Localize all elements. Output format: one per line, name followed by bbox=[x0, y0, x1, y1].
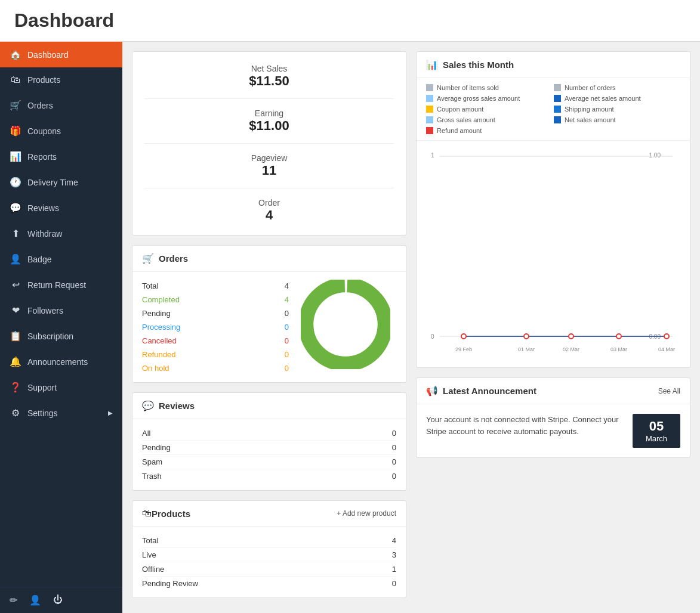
sidebar-item-announcements[interactable]: 🔔 Announcements bbox=[0, 349, 122, 374]
review-row-pending: Pending 0 bbox=[142, 441, 396, 455]
dashboard-icon: 🏠 bbox=[10, 49, 21, 60]
products-icon: 🛍 bbox=[10, 75, 21, 85]
svg-point-19 bbox=[569, 334, 573, 339]
sidebar-label-delivery-time: Delivery Time bbox=[27, 178, 78, 187]
orders-content: Total 4 Completed 4 Pending 0 bbox=[132, 272, 406, 382]
legend-grid: Number of items sold Number of orders Av… bbox=[417, 78, 690, 141]
legend-label-avg-gross: Average gross sales amount bbox=[437, 95, 520, 102]
announcement-card: 📢 Latest Announcement See All Your accou… bbox=[416, 377, 690, 458]
power-icon[interactable]: ⏻ bbox=[53, 595, 63, 606]
svg-point-17 bbox=[461, 334, 466, 339]
sidebar-label-dashboard: Dashboard bbox=[27, 50, 69, 60]
legend-label-num-orders: Number of orders bbox=[565, 84, 616, 91]
announcement-day: 05 bbox=[637, 419, 676, 434]
support-icon: ❓ bbox=[10, 382, 21, 393]
followers-icon: ❤ bbox=[10, 305, 21, 316]
page-title: Dashboard bbox=[0, 0, 700, 42]
review-spam-label: Spam bbox=[142, 457, 162, 466]
svg-text:0: 0 bbox=[431, 333, 434, 340]
review-trash-label: Trash bbox=[142, 472, 162, 481]
orders-section-icon: 🛒 bbox=[142, 253, 154, 264]
svg-text:03 Mar: 03 Mar bbox=[610, 346, 627, 352]
pageview-value: 11 bbox=[144, 163, 394, 178]
product-pending-review-value: 0 bbox=[392, 579, 396, 588]
legend-box-gross bbox=[426, 116, 433, 123]
reviews-header: 💬 Reviews bbox=[132, 393, 406, 419]
order-stat: Order 4 bbox=[144, 198, 394, 223]
legend-box-net-sales bbox=[554, 116, 561, 123]
products-section: 🛍 Products + Add new product Total 4 Liv… bbox=[132, 500, 406, 598]
net-sales-stat: Net Sales $11.50 bbox=[144, 64, 394, 99]
order-row-refunded: Refunded 0 bbox=[142, 348, 289, 361]
sales-header: 📊 Sales this Month bbox=[417, 52, 690, 78]
sidebar-label-settings: Settings bbox=[27, 408, 58, 418]
earning-stat: Earning $11.00 bbox=[144, 109, 394, 144]
legend-avg-gross: Average gross sales amount bbox=[426, 94, 553, 103]
sidebar-item-subscription[interactable]: 📋 Subscription bbox=[0, 323, 122, 349]
reviews-icon: 💬 bbox=[10, 202, 21, 213]
sidebar-item-support[interactable]: ❓ Support bbox=[0, 374, 122, 400]
settings-icon: ⚙ bbox=[10, 407, 21, 419]
sidebar-item-dashboard[interactable]: 🏠 Dashboard bbox=[0, 42, 122, 67]
announcements-icon: 🔔 bbox=[10, 356, 21, 367]
legend-box-avg-gross bbox=[426, 95, 433, 102]
user-icon[interactable]: 👤 bbox=[29, 595, 41, 606]
donut-svg bbox=[301, 280, 390, 369]
sidebar-item-orders[interactable]: 🛒 Orders bbox=[0, 92, 122, 118]
legend-box-items-sold bbox=[426, 84, 433, 91]
announcement-icon: 📢 bbox=[426, 385, 438, 397]
legend-refund: Refund amount bbox=[426, 126, 553, 135]
left-column: Net Sales $11.50 Earning $11.00 Pageview… bbox=[132, 51, 406, 603]
announcement-month: March bbox=[637, 434, 676, 443]
sidebar-label-reports: Reports bbox=[27, 152, 57, 162]
sidebar-item-badge[interactable]: 👤 Badge bbox=[0, 246, 122, 272]
product-total-value: 4 bbox=[392, 536, 396, 545]
sidebar-item-reports[interactable]: 📊 Reports bbox=[0, 144, 122, 169]
add-new-product-link[interactable]: + Add new product bbox=[337, 509, 396, 518]
review-pending-label: Pending bbox=[142, 443, 171, 452]
legend-gross: Gross sales amount bbox=[426, 115, 553, 125]
delivery-time-icon: 🕐 bbox=[10, 177, 21, 188]
sidebar-label-reviews: Reviews bbox=[27, 203, 59, 213]
sidebar-item-reviews[interactable]: 💬 Reviews bbox=[0, 195, 122, 221]
legend-num-orders: Number of orders bbox=[554, 83, 680, 92]
chart-svg: 1 1.00 0 0.00 bbox=[426, 145, 680, 360]
sidebar-item-products[interactable]: 🛍 Products bbox=[0, 67, 122, 92]
product-live-label: Live bbox=[142, 550, 156, 559]
see-all-link[interactable]: See All bbox=[658, 387, 680, 395]
sidebar-item-withdraw[interactable]: ⬆ Withdraw bbox=[0, 221, 122, 246]
order-total-label: Total bbox=[142, 281, 158, 290]
earning-value: $11.00 bbox=[144, 118, 394, 134]
reviews-section: 💬 Reviews All 0 Pending 0 Spam bbox=[132, 392, 406, 491]
svg-point-21 bbox=[664, 334, 669, 339]
products-header: 🛍 Products + Add new product bbox=[132, 501, 406, 527]
svg-point-18 bbox=[524, 334, 529, 339]
legend-label-refund: Refund amount bbox=[437, 127, 482, 134]
sidebar-label-support: Support bbox=[27, 383, 57, 392]
sidebar-item-delivery-time[interactable]: 🕐 Delivery Time bbox=[0, 169, 122, 195]
sidebar-item-return-request[interactable]: ↩ Return Request bbox=[0, 272, 122, 298]
sidebar-item-settings[interactable]: ⚙ Settings ▶ bbox=[0, 400, 122, 426]
sales-icon: 📊 bbox=[426, 59, 438, 70]
sidebar-label-orders: Orders bbox=[27, 101, 53, 110]
sidebar-item-followers[interactable]: ❤ Followers bbox=[0, 298, 122, 323]
legend-box-num-orders bbox=[554, 84, 561, 91]
svg-text:01 Mar: 01 Mar bbox=[518, 346, 535, 352]
badge-icon: 👤 bbox=[10, 253, 21, 265]
review-row-all: All 0 bbox=[142, 426, 396, 441]
sidebar-label-announcements: Announcements bbox=[27, 357, 88, 367]
sidebar-footer: ✏ 👤 ⏻ bbox=[0, 587, 122, 613]
edit-icon[interactable]: ✏ bbox=[10, 595, 17, 606]
sidebar-label-withdraw: Withdraw bbox=[27, 229, 62, 239]
product-offline-value: 1 bbox=[392, 565, 396, 574]
product-row-pending-review: Pending Review 0 bbox=[142, 577, 396, 590]
chart-area: 1 1.00 0 0.00 bbox=[417, 141, 690, 367]
products-section-icon: 🛍 bbox=[142, 508, 152, 519]
order-processing-label: Processing bbox=[142, 323, 180, 332]
review-spam-value: 0 bbox=[392, 457, 396, 466]
sidebar-item-coupons[interactable]: 🎁 Coupons bbox=[0, 118, 122, 144]
review-trash-value: 0 bbox=[392, 472, 396, 481]
stats-card: Net Sales $11.50 Earning $11.00 Pageview… bbox=[132, 51, 406, 236]
svg-text:1.00: 1.00 bbox=[649, 152, 661, 159]
sidebar-label-products: Products bbox=[27, 75, 60, 85]
